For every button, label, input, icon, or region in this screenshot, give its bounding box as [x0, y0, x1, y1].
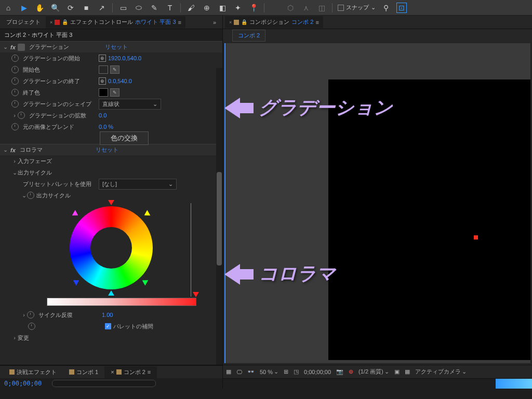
camera-dropdown[interactable]: アクティブカメラ ⌄ [415, 368, 467, 376]
comp-breadcrumb[interactable]: コンポ 2 [232, 30, 265, 42]
camera-tool-icon[interactable]: ■ [81, 3, 91, 13]
grid-icon[interactable]: ▦ [226, 368, 231, 375]
zoom-tool-icon[interactable]: 🔍 [50, 3, 60, 13]
eyedropper-icon[interactable]: ✎ [110, 88, 119, 97]
crosshair-icon[interactable]: ⊕ [99, 77, 106, 85]
prop-output-cycle[interactable]: ⌄ 出力サイクル [0, 167, 222, 178]
wheel-handle-icon[interactable] [108, 200, 114, 205]
stopwatch-icon[interactable] [27, 311, 34, 318]
point-value[interactable]: 0.0,540.0 [108, 78, 132, 84]
blend-value[interactable]: 0.0 % [99, 124, 113, 130]
prop-input-phase[interactable]: › 入力フェーズ [0, 155, 222, 167]
menu-icon[interactable]: ≡ [315, 19, 318, 25]
color-wheel-control[interactable] [0, 201, 222, 295]
work-area-bar[interactable] [496, 379, 532, 389]
menu-icon[interactable]: ≡ [178, 19, 181, 25]
prop-modify[interactable]: › 変更 [0, 332, 222, 343]
fx-badge-icon[interactable]: fx [10, 147, 16, 153]
pen-tool-icon[interactable]: ✎ [149, 3, 159, 13]
comp-link[interactable]: コンポ 2 [291, 18, 313, 26]
twirl-right-icon[interactable]: › [11, 335, 18, 341]
menu-icon[interactable]: ≡ [148, 369, 151, 375]
lock-icon[interactable]: 🔒 [241, 19, 247, 25]
ruler-icon[interactable]: ⊞ [284, 368, 288, 375]
more-tabs[interactable]: » [209, 17, 220, 28]
display-icon[interactable]: 🖵 [236, 369, 242, 375]
snap-toggle[interactable]: スナップ ⌄ [338, 4, 376, 11]
color-swatch[interactable] [99, 88, 108, 97]
wheel-handle-icon[interactable] [143, 210, 151, 218]
layer-link[interactable]: ホワイト 平面 3 [135, 18, 176, 26]
color-wheel[interactable] [70, 206, 153, 289]
hand-tool-icon[interactable]: ✋ [34, 3, 45, 13]
fx-badge-icon[interactable]: fx [10, 44, 16, 50]
eraser-tool-icon[interactable]: ◧ [217, 3, 228, 13]
orbit-tool-icon[interactable]: ⟳ [65, 3, 76, 13]
composition-tab[interactable]: × 🔒 コンポジション コンポ 2 ≡ [225, 16, 323, 28]
twirl-right-icon[interactable]: › [11, 158, 18, 164]
resolution-dropdown[interactable]: (1/2 画質) ⌄ [358, 368, 389, 376]
home-icon[interactable]: ⌂ [3, 3, 14, 13]
timeline-tab-2[interactable]: コンポ 1 [63, 366, 104, 378]
zoom-dropdown[interactable]: 50 % ⌄ [260, 368, 278, 375]
twirl-right-icon[interactable]: › [11, 112, 18, 118]
stopwatch-icon[interactable] [11, 66, 19, 73]
cycle-value[interactable]: 1.00 [102, 312, 113, 318]
color-swatch[interactable] [99, 65, 108, 74]
point-value[interactable]: 1920.0,540.0 [108, 55, 141, 61]
checkbox-checked-icon[interactable]: ✓ [105, 323, 111, 329]
time-display[interactable]: 0;00;00;00 [304, 369, 331, 375]
mask-icon[interactable]: 👓 [247, 368, 255, 375]
project-tab[interactable]: プロジェクト [2, 16, 45, 28]
preset-dropdown[interactable]: [なし]⌄ [99, 179, 177, 190]
close-icon[interactable]: × [229, 20, 232, 25]
rect-tool-icon[interactable]: ▭ [118, 3, 128, 13]
magnet-icon[interactable]: ⚲ [381, 3, 391, 13]
scrollbar-thumb[interactable] [217, 172, 222, 265]
stopwatch-icon[interactable] [27, 192, 34, 199]
fx-gradient-header[interactable]: ⌄ fx グラデーション リセット [0, 41, 222, 52]
crosshair-icon[interactable]: ⊕ [99, 55, 106, 62]
twirl-down-icon[interactable]: ⌄ [2, 44, 8, 50]
snapping-box-icon[interactable]: ⊡ [396, 3, 407, 13]
lock-icon[interactable]: 🔒 [62, 19, 68, 25]
stopwatch-icon[interactable] [11, 100, 19, 108]
stopwatch-icon[interactable] [18, 112, 25, 119]
twirl-down-icon[interactable]: ⌄ [21, 192, 27, 199]
shape-dropdown[interactable]: 直線状⌄ [99, 99, 161, 110]
gradient-bar[interactable] [47, 298, 196, 306]
stopwatch-icon[interactable] [11, 55, 19, 62]
reset-link[interactable]: リセット [96, 146, 118, 154]
fx-preset-icon[interactable] [18, 44, 25, 51]
current-timecode[interactable]: 0;00;00;00 [4, 380, 42, 387]
channel-icon[interactable]: ⊛ [349, 368, 353, 375]
wheel-handle-icon[interactable] [73, 277, 81, 285]
stopwatch-icon[interactable] [28, 323, 35, 330]
snapshot-icon[interactable]: 📷 [336, 368, 343, 375]
stopwatch-icon[interactable] [11, 89, 19, 96]
eyedropper-icon[interactable]: ✎ [110, 65, 119, 74]
stopwatch-icon[interactable] [11, 77, 19, 85]
scrollbar[interactable] [216, 68, 222, 365]
effect-controls-tab[interactable]: × 🔒 エフェクトコントロール ホワイト 平面 3 ≡ [46, 16, 185, 28]
puppet-tool-icon[interactable]: 📍 [248, 3, 259, 13]
anchor-point-icon[interactable] [474, 235, 478, 240]
gradient-handle-icon[interactable] [193, 292, 199, 297]
region-icon[interactable]: ▣ [394, 368, 400, 375]
type-tool-icon[interactable]: T [165, 3, 175, 13]
timeline-ruler[interactable] [223, 378, 532, 389]
clone-tool-icon[interactable]: ⊕ [202, 3, 212, 13]
wheel-handle-icon[interactable] [141, 277, 149, 285]
composition-viewer[interactable]: モーラ グラデーション コロラマ [224, 43, 531, 364]
composition-canvas[interactable]: モーラ [328, 79, 531, 360]
prop-output-cycle-sub[interactable]: ⌄ 出力サイクル [0, 190, 222, 201]
reset-link[interactable]: リセット [105, 43, 128, 51]
twirl-down-icon[interactable]: ⌄ [2, 147, 8, 153]
timeline-tab-1[interactable]: 決戦エフェクト [3, 366, 63, 378]
pan-behind-icon[interactable]: ↗ [97, 3, 107, 13]
brush-tool-icon[interactable]: 🖌 [186, 3, 196, 13]
scatter-value[interactable]: 0.0 [99, 112, 107, 118]
roto-tool-icon[interactable]: ✦ [233, 3, 243, 13]
guides-icon[interactable]: ◳ [294, 368, 299, 375]
swap-colors-button[interactable]: 色の交換 [100, 131, 149, 145]
